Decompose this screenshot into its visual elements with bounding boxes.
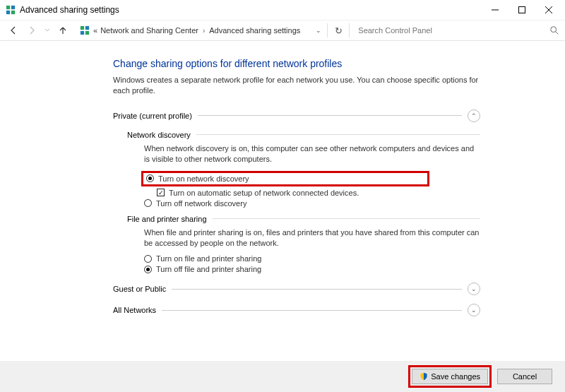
section-label: Private (current profile) <box>113 112 192 120</box>
svg-point-12 <box>551 27 557 32</box>
control-panel-icon <box>6 5 16 15</box>
search-icon <box>549 25 559 35</box>
cancel-button[interactable]: Cancel <box>497 369 552 384</box>
radio-turn-off-fps[interactable]: Turn off file and printer sharing <box>144 265 480 273</box>
highlight-box: Save changes <box>408 365 492 388</box>
section-guest-public[interactable]: Guest or Public ⌄ <box>113 281 480 297</box>
content-area: Change sharing options for different net… <box>0 41 565 318</box>
breadcrumb-ellipsis[interactable]: « <box>92 26 99 35</box>
section-label: Guest or Public <box>113 285 166 293</box>
chevron-down-icon[interactable]: ⌄ <box>468 283 480 295</box>
subsection-file-printer-sharing: File and printer sharing <box>127 215 480 223</box>
radio-turn-on-discovery[interactable]: Turn on network discovery <box>146 174 424 183</box>
radio-turn-on-fps[interactable]: Turn on file and printer sharing <box>144 254 480 263</box>
svg-rect-11 <box>85 31 89 35</box>
page-intro: Windows creates a separate network profi… <box>113 75 480 97</box>
subsection-network-discovery: Network discovery <box>127 131 480 139</box>
chevron-down-icon[interactable]: ⌄ <box>302 27 326 34</box>
search-box[interactable] <box>351 25 565 35</box>
control-panel-icon <box>80 25 90 35</box>
radio-icon <box>144 255 152 263</box>
breadcrumb[interactable]: « Network and Sharing Center › Advanced … <box>78 25 302 35</box>
up-button[interactable] <box>55 23 71 38</box>
subsection-label: File and printer sharing <box>127 215 207 223</box>
svg-rect-9 <box>85 26 89 30</box>
refresh-button[interactable]: ↻ <box>329 25 347 36</box>
save-changes-button[interactable]: Save changes <box>412 369 488 384</box>
radio-label: Turn on file and printer sharing <box>156 254 261 263</box>
radio-turn-off-discovery[interactable]: Turn off network discovery <box>144 199 480 208</box>
forward-button[interactable] <box>24 23 40 38</box>
maximize-button[interactable] <box>509 0 535 20</box>
highlight-box: Turn on network discovery <box>141 171 429 186</box>
section-private[interactable]: Private (current profile) ⌃ <box>113 108 480 124</box>
address-bar: « Network and Sharing Center › Advanced … <box>0 20 565 41</box>
breadcrumb-item[interactable]: Network and Sharing Center <box>99 26 200 35</box>
radio-label: Turn off file and printer sharing <box>156 265 261 273</box>
radio-label: Turn off network discovery <box>156 199 246 208</box>
button-label: Save changes <box>431 372 480 381</box>
minimize-button[interactable] <box>482 0 509 20</box>
search-input[interactable] <box>358 26 549 35</box>
close-button[interactable] <box>535 0 562 20</box>
chevron-up-icon[interactable]: ⌃ <box>468 109 480 122</box>
svg-rect-2 <box>6 11 10 14</box>
svg-rect-8 <box>81 26 84 30</box>
shield-icon <box>420 372 428 381</box>
button-label: Cancel <box>513 372 537 381</box>
svg-line-13 <box>556 32 559 35</box>
checkbox-icon: ✓ <box>157 189 165 196</box>
svg-rect-0 <box>6 6 10 9</box>
window-title: Advanced sharing settings <box>20 5 482 15</box>
section-label: All Networks <box>113 306 156 314</box>
title-bar: Advanced sharing settings <box>0 0 565 20</box>
subsection-description: When network discovery is on, this compu… <box>144 143 480 165</box>
subsection-description: When file and printer sharing is on, fil… <box>144 227 480 249</box>
footer-bar: Save changes Cancel <box>0 361 565 392</box>
chevron-right-icon: › <box>200 27 208 35</box>
breadcrumb-item[interactable]: Advanced sharing settings <box>208 26 302 35</box>
back-button[interactable] <box>6 23 21 38</box>
radio-icon <box>144 266 152 273</box>
radio-icon <box>144 199 152 207</box>
page-heading: Change sharing options for different net… <box>113 58 480 69</box>
section-all-networks[interactable]: All Networks ⌄ <box>113 302 480 318</box>
chevron-down-icon[interactable]: ⌄ <box>468 304 480 316</box>
recent-dropdown[interactable] <box>42 23 52 38</box>
subsection-label: Network discovery <box>127 131 191 139</box>
radio-icon <box>146 174 154 182</box>
svg-rect-10 <box>81 31 84 35</box>
svg-rect-1 <box>11 6 15 9</box>
window-controls <box>482 0 562 20</box>
svg-rect-5 <box>519 7 525 13</box>
checkbox-auto-setup[interactable]: ✓ Turn on automatic setup of network con… <box>157 189 480 197</box>
checkbox-label: Turn on automatic setup of network conne… <box>169 189 359 197</box>
radio-label: Turn on network discovery <box>158 174 249 183</box>
svg-rect-3 <box>11 11 15 14</box>
